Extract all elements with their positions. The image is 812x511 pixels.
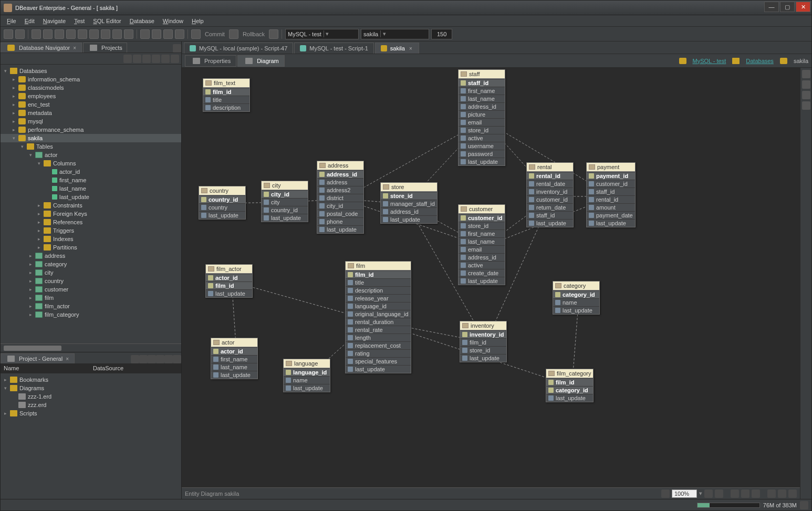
commit-label[interactable]: Commit	[203, 31, 227, 37]
tool-10[interactable]	[140, 29, 150, 39]
menu-file[interactable]: File	[4, 17, 19, 25]
entity-header[interactable]: city	[262, 181, 308, 190]
breadcrumb-databases[interactable]: Databases	[746, 58, 774, 64]
column-staff_id[interactable]: staff_id	[527, 211, 573, 219]
editor-tab-mysql-test-script-1[interactable]: MySQL - test - Script-1	[294, 43, 373, 54]
column-first_name[interactable]: first_name	[459, 87, 505, 95]
column-district[interactable]: district	[317, 194, 363, 202]
tree-item-metadata[interactable]: ▸metadata	[1, 109, 181, 117]
column-language_id[interactable]: language_id	[284, 368, 330, 376]
column-first_name[interactable]: first_name	[459, 230, 505, 237]
column-category_id[interactable]: category_id	[546, 386, 593, 394]
column-address_id[interactable]: address_id	[381, 207, 437, 215]
entity-header[interactable]: store	[381, 183, 437, 192]
proj-tool-3[interactable]	[148, 355, 156, 363]
entity-address[interactable]: addressaddress_idaddressaddress2district…	[317, 161, 364, 234]
zoom-search-icon[interactable]	[661, 489, 670, 498]
column-last_update[interactable]: last_update	[199, 211, 245, 219]
canvas-tool-2[interactable]	[715, 489, 723, 498]
diagram-tab[interactable]: Diagram	[237, 55, 285, 67]
tree-item-zzz-erd[interactable]: zzz.erd	[1, 401, 181, 409]
tree-item-columns[interactable]: ▾Columns	[1, 159, 181, 168]
menu-sql-editor[interactable]: SQL Editor	[90, 17, 124, 25]
menu-window[interactable]: Window	[160, 17, 186, 25]
column-last_name[interactable]: last_name	[459, 95, 505, 102]
column-title[interactable]: title	[346, 278, 411, 286]
proj-tool-1[interactable]	[131, 355, 139, 363]
tree-item-partitions[interactable]: ▸Partitions	[1, 243, 181, 252]
close-icon[interactable]: ×	[408, 46, 413, 51]
tool-back[interactable]	[32, 29, 41, 39]
entity-language[interactable]: languagelanguage_idnamelast_update	[283, 359, 330, 392]
column-description[interactable]: description	[203, 103, 249, 111]
column-address[interactable]: address	[317, 178, 363, 186]
entity-header[interactable]: category	[553, 281, 599, 290]
schema-combo[interactable]: sakila▾	[361, 29, 429, 39]
status-icon[interactable]	[800, 501, 808, 509]
close-icon[interactable]: ×	[72, 45, 77, 51]
column-rental_date[interactable]: rental_date	[527, 180, 573, 187]
column-first_name[interactable]: first_name	[211, 355, 257, 363]
tool-12[interactable]	[163, 29, 173, 39]
zoom-dropdown-icon[interactable]: ▾	[699, 490, 702, 497]
tree-item-actor-id[interactable]: actor_id	[1, 168, 181, 176]
editor-tab-sakila[interactable]: sakila×	[375, 43, 419, 54]
menu-help[interactable]: Help	[189, 17, 207, 25]
column-original_language_id[interactable]: original_language_id	[346, 310, 411, 318]
column-rental_duration[interactable]: rental_duration	[346, 318, 411, 326]
column-password[interactable]: password	[459, 150, 505, 158]
tool-fwd[interactable]	[43, 29, 53, 39]
column-store_id[interactable]: store_id	[460, 346, 506, 354]
tree-item-tables[interactable]: ▾Tables	[1, 142, 181, 151]
commit-icon[interactable]	[191, 29, 201, 39]
column-city[interactable]: city	[262, 198, 308, 206]
column-film_id[interactable]: film_id	[460, 338, 506, 346]
nav-tool-4[interactable]	[152, 55, 160, 63]
tool-7[interactable]	[101, 29, 110, 39]
canvas-tool-5[interactable]	[752, 489, 760, 498]
column-special_features[interactable]: special_features	[346, 357, 411, 365]
column-rental_id[interactable]: rental_id	[527, 172, 573, 180]
tree-item-sakila[interactable]: ▾sakila	[1, 134, 181, 142]
entity-header[interactable]: rental	[527, 163, 573, 172]
entity-country[interactable]: countrycountry_idcountrylast_update	[199, 186, 246, 220]
canvas-tool-7[interactable]	[778, 489, 786, 498]
column-payment_date[interactable]: payment_date	[587, 211, 635, 219]
tree-item-film-category[interactable]: ▸film_category	[1, 310, 181, 319]
column-name[interactable]: name	[553, 298, 599, 306]
tree-item-foreign-keys[interactable]: ▸Foreign Keys	[1, 210, 181, 218]
connection-combo[interactable]: MySQL - test▾	[285, 29, 359, 39]
editor-tab-mysql-local-sample-script-47[interactable]: MySQL - local (sample) - Script-47	[184, 43, 293, 54]
memory-meter[interactable]	[697, 503, 760, 508]
tree-item-city[interactable]: ▸city	[1, 268, 181, 277]
column-film_id[interactable]: film_id	[203, 88, 249, 96]
column-postal_code[interactable]: postal_code	[317, 210, 363, 217]
rollback-icon[interactable]	[229, 29, 238, 39]
column-last_update[interactable]: last_update	[206, 289, 252, 297]
tree-item-mysql[interactable]: ▸mysql	[1, 117, 181, 126]
panel-menu-icon[interactable]	[173, 44, 181, 53]
col-datasource[interactable]: DataSource	[90, 364, 127, 373]
tree-item-information-schema[interactable]: ▸information_schema	[1, 75, 181, 84]
menu-test[interactable]: Test	[71, 17, 88, 25]
tree-item-address[interactable]: ▸address	[1, 252, 181, 260]
canvas-tool-8[interactable]	[788, 489, 797, 498]
tree-item-last-update[interactable]: last_update	[1, 193, 181, 201]
entity-staff[interactable]: staffstaff_idfirst_namelast_nameaddress_…	[458, 69, 505, 166]
navigator-tree[interactable]: ▾Databases▸information_schema▸classicmod…	[1, 65, 181, 343]
entity-film_category[interactable]: film_categoryfilm_idcategory_idlast_upda…	[546, 369, 594, 402]
column-picture[interactable]: picture	[459, 110, 505, 118]
tree-item-actor[interactable]: ▾actor	[1, 151, 181, 159]
column-last_update[interactable]: last_update	[381, 215, 437, 223]
column-actor_id[interactable]: actor_id	[211, 347, 257, 355]
column-last_update[interactable]: last_update	[211, 371, 257, 379]
navigator-tab[interactable]: Database Navigator ×	[1, 43, 82, 53]
entity-film_actor[interactable]: film_actoractor_idfilm_idlast_update	[205, 264, 253, 298]
column-last_update[interactable]: last_update	[460, 354, 506, 362]
tree-item-references[interactable]: ▸References	[1, 218, 181, 226]
column-address2[interactable]: address2	[317, 186, 363, 194]
tool-save[interactable]	[15, 29, 25, 39]
zoom-input[interactable]	[672, 489, 697, 498]
column-phone[interactable]: phone	[317, 217, 363, 225]
projects-tab[interactable]: Projects	[83, 43, 127, 53]
